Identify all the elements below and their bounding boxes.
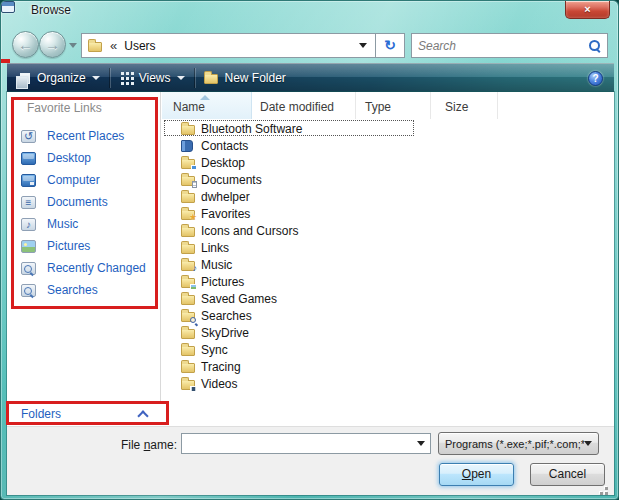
file-row[interactable]: Documents bbox=[162, 171, 614, 188]
sidebar-item-computer[interactable]: Computer bbox=[7, 169, 160, 191]
searches-icon bbox=[21, 284, 36, 297]
column-header-name[interactable]: Name bbox=[162, 92, 252, 119]
folder-icon bbox=[181, 363, 195, 373]
folder-icon bbox=[88, 42, 102, 52]
contacts-folder-icon bbox=[181, 140, 193, 152]
file-row[interactable]: Saved Games bbox=[162, 290, 614, 307]
resize-grip[interactable] bbox=[605, 487, 608, 490]
file-name-combobox[interactable] bbox=[181, 433, 431, 454]
sidebar-item-desktop[interactable]: Desktop bbox=[7, 147, 160, 169]
views-button[interactable]: Views bbox=[110, 64, 194, 92]
file-row[interactable]: dwhelper bbox=[162, 188, 614, 205]
column-header-type[interactable]: Type bbox=[356, 92, 431, 119]
open-button[interactable]: Open bbox=[439, 463, 514, 486]
organize-label: Organize bbox=[37, 71, 86, 85]
file-row[interactable]: ♪ Music bbox=[162, 256, 614, 273]
file-row[interactable]: Contacts bbox=[162, 137, 614, 154]
sidebar-item-documents[interactable]: Documents bbox=[7, 191, 160, 213]
file-name-label: dwhelper bbox=[201, 190, 250, 204]
computer-icon bbox=[21, 174, 36, 187]
file-name-label: Icons and Cursors bbox=[201, 224, 298, 238]
close-button[interactable]: × bbox=[565, 1, 610, 19]
file-row[interactable]: Sync bbox=[162, 341, 614, 358]
folders-expander[interactable]: Folders bbox=[7, 401, 161, 426]
sidebar-item-music[interactable]: Music bbox=[7, 213, 160, 235]
file-row[interactable]: Links bbox=[162, 239, 614, 256]
file-name-label: Contacts bbox=[201, 139, 248, 153]
new-folder-label: New Folder bbox=[225, 71, 286, 85]
recent-pages-dropdown-icon[interactable] bbox=[69, 43, 77, 48]
file-list: Name Date modified Type Size bbox=[162, 92, 614, 426]
column-header-date-modified[interactable]: Date modified bbox=[252, 92, 356, 119]
search-icon[interactable] bbox=[589, 40, 601, 52]
file-row[interactable]: Searches bbox=[162, 307, 614, 324]
favorites-folder-icon: ★ bbox=[181, 210, 195, 220]
file-name-input[interactable] bbox=[182, 434, 417, 453]
file-name-label: SkyDrive bbox=[201, 326, 249, 340]
window-title: Browse bbox=[31, 3, 71, 17]
views-label: Views bbox=[139, 71, 171, 85]
file-row[interactable]: SkyDrive bbox=[162, 324, 614, 341]
desktop-icon bbox=[21, 152, 36, 165]
refresh-button[interactable]: ↻ bbox=[376, 33, 405, 58]
file-name-label: Saved Games bbox=[201, 292, 277, 306]
sidebar-item-label: Computer bbox=[47, 173, 100, 187]
column-header-size[interactable]: Size bbox=[431, 92, 498, 119]
sidebar-item-recent-places[interactable]: Recent Places bbox=[7, 125, 160, 147]
sidebar-item-pictures[interactable]: Pictures bbox=[7, 235, 160, 257]
sort-ascending-icon bbox=[200, 95, 210, 100]
file-name-label: Videos bbox=[201, 377, 237, 391]
file-row[interactable]: Videos bbox=[162, 375, 614, 392]
file-type-value: Programs (*.exe;*.pif;*.com;*. bbox=[445, 438, 584, 450]
file-type-dropdown[interactable]: Programs (*.exe;*.pif;*.com;*. bbox=[438, 432, 599, 455]
breadcrumb-chevron[interactable]: « bbox=[110, 38, 117, 53]
file-row[interactable]: ★ Favorites bbox=[162, 205, 614, 222]
list-header: Name Date modified Type Size bbox=[162, 92, 614, 119]
recent-places-icon bbox=[21, 130, 36, 143]
column-header-filler bbox=[498, 92, 614, 119]
file-row[interactable]: Desktop bbox=[162, 154, 614, 171]
new-folder-icon bbox=[204, 74, 218, 84]
folder-icon bbox=[181, 295, 195, 305]
file-name-label: Sync bbox=[201, 343, 228, 357]
forward-button[interactable]: → bbox=[39, 31, 66, 58]
sidebar-item-label: Searches bbox=[47, 283, 98, 297]
file-row[interactable]: Tracing bbox=[162, 358, 614, 375]
sidebar-item-searches[interactable]: Searches bbox=[7, 279, 160, 301]
cancel-button[interactable]: Cancel bbox=[530, 463, 605, 486]
title-bar[interactable]: Browse × bbox=[1, 1, 618, 20]
client-area: Favorite Links Recent Places Desktop Com… bbox=[7, 92, 614, 495]
help-icon[interactable]: ? bbox=[588, 71, 603, 86]
folder-icon bbox=[181, 227, 195, 237]
file-row[interactable]: Bluetooth Software bbox=[162, 120, 614, 137]
file-name-label: Music bbox=[201, 258, 232, 272]
documents-folder-icon bbox=[181, 176, 195, 186]
combobox-dropdown-icon[interactable] bbox=[417, 441, 425, 446]
address-bar[interactable]: « Users bbox=[81, 33, 376, 58]
file-row[interactable]: Pictures bbox=[162, 273, 614, 290]
sidebar-item-label: Pictures bbox=[47, 239, 90, 253]
address-dropdown-icon[interactable] bbox=[359, 43, 367, 48]
sidebar-item-recently-changed[interactable]: Recently Changed bbox=[7, 257, 160, 279]
file-name-label: File name: bbox=[105, 438, 177, 452]
organize-button[interactable]: Organize bbox=[7, 64, 109, 92]
dialog-footer: File name: Programs (*.exe;*.pif;*.com;*… bbox=[7, 426, 614, 495]
file-name-label: Documents bbox=[201, 173, 262, 187]
command-toolbar: Organize Views New Folder ? bbox=[7, 63, 614, 92]
music-icon bbox=[21, 218, 36, 231]
back-button[interactable]: ← bbox=[12, 31, 39, 58]
search-input[interactable] bbox=[418, 39, 589, 53]
file-row[interactable]: Icons and Cursors bbox=[162, 222, 614, 239]
navigation-pane: Favorite Links Recent Places Desktop Com… bbox=[7, 92, 161, 426]
chevron-up-icon bbox=[137, 410, 148, 421]
breadcrumb-location[interactable]: Users bbox=[124, 39, 359, 53]
window-icon bbox=[1, 1, 15, 13]
search-box[interactable] bbox=[411, 33, 608, 58]
pictures-folder-icon bbox=[181, 278, 195, 288]
new-folder-button[interactable]: New Folder bbox=[195, 64, 295, 92]
chevron-down-icon bbox=[177, 76, 185, 80]
searches-folder-icon bbox=[181, 312, 195, 322]
sidebar-item-label: Recent Places bbox=[47, 129, 124, 143]
sidebar-item-label: Documents bbox=[47, 195, 108, 209]
organize-icon bbox=[20, 73, 30, 84]
